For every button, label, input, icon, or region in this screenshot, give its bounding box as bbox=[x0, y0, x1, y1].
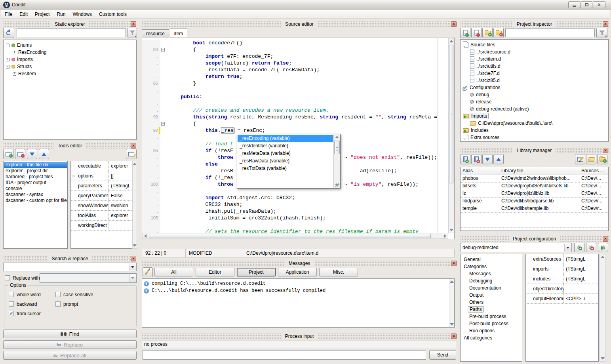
move-library-down-button[interactable] bbox=[482, 154, 493, 164]
code-line[interactable]: .- { bbox=[142, 120, 448, 127]
code-line[interactable]: . /// creates and encodes a new resource… bbox=[142, 107, 448, 114]
inspector-item-debug-redirected-active[interactable]: debug-redirected (active) bbox=[461, 105, 607, 112]
config-category-messages[interactable]: Messages bbox=[461, 270, 522, 277]
config-category-debugging[interactable]: Debugging bbox=[461, 277, 522, 284]
code-line[interactable]: . return true; bbox=[142, 73, 448, 80]
panel-close-button[interactable] bbox=[451, 334, 457, 339]
combo-dropdown-button[interactable] bbox=[129, 274, 136, 282]
menu-item-run[interactable]: Run bbox=[53, 10, 69, 18]
configuration-selector[interactable]: debug-redirected bbox=[460, 243, 572, 252]
scrollbar-thumb[interactable] bbox=[149, 234, 431, 238]
collapse-icon[interactable]: - bbox=[6, 44, 10, 47]
collapse-icon[interactable]: - bbox=[6, 65, 10, 69]
property-row[interactable]: objectDirectory bbox=[526, 284, 598, 294]
library-row[interactable]: libdparseC:\Dev\dlibs\libdparse.libC:\De… bbox=[461, 198, 608, 205]
library-row[interactable]: templeC:\Dev\dlibs\temple.libC:\Dev\r... bbox=[461, 205, 608, 213]
menu-item-windows[interactable]: Windows bbox=[69, 10, 95, 18]
code-line[interactable]: . import std.digest.crc: CRC32; bbox=[142, 194, 448, 201]
checkbox-box[interactable] bbox=[9, 301, 14, 307]
code-line[interactable]: . bbox=[142, 87, 448, 93]
code-line[interactable]: . // sets the resource identifier to the… bbox=[142, 228, 448, 233]
code-line[interactable]: . bbox=[142, 100, 448, 107]
library-row[interactable]: bitsetsC:\Dev\dproj\bitSet\lib\bitsets.l… bbox=[461, 183, 608, 190]
completion-item[interactable]: _resTxtData (variable) bbox=[238, 165, 333, 172]
code-line[interactable]: . public: bbox=[142, 93, 448, 100]
inspector-item-includes[interactable]: Includes bbox=[461, 127, 607, 134]
config-category-paths[interactable]: Paths bbox=[461, 306, 522, 313]
replace-button[interactable]: ba Replace bbox=[3, 340, 137, 349]
panel-close-button[interactable] bbox=[603, 21, 608, 27]
replace-with-checkbox[interactable]: Replace with bbox=[5, 275, 40, 281]
panel-close-button[interactable] bbox=[131, 256, 136, 261]
messages-filter-application[interactable]: Application bbox=[278, 268, 317, 276]
tree-item-enums[interactable]: -Enums bbox=[4, 42, 135, 49]
inspector-item-source-files[interactable]: Source files bbox=[461, 41, 607, 48]
config-category-documentation[interactable]: Documentation bbox=[461, 284, 522, 292]
clear-messages-button[interactable] bbox=[143, 267, 153, 277]
inspector-item-imports[interactable]: Imports bbox=[461, 112, 607, 120]
menu-item-file[interactable]: File bbox=[1, 10, 16, 18]
code-line[interactable]: . CRC32 ihash; bbox=[142, 201, 448, 208]
checkbox-box[interactable]: ✓ bbox=[9, 311, 14, 316]
inspector-item-src-e7f-d[interactable]: ..\src\e7F.d bbox=[461, 70, 607, 77]
inspector-item-debug[interactable]: debug bbox=[461, 91, 607, 98]
inspector-filter-input[interactable] bbox=[505, 29, 595, 37]
maximize-button[interactable] bbox=[581, 1, 592, 8]
panel-close-button[interactable] bbox=[131, 21, 136, 27]
move-tool-down-button[interactable] bbox=[27, 149, 37, 159]
process-input-field[interactable] bbox=[143, 350, 426, 360]
code-line[interactable]: . bbox=[142, 221, 448, 228]
menu-item-custom-tools[interactable]: Custom tools bbox=[95, 10, 130, 18]
tools-list-item[interactable]: harbored - project files bbox=[4, 174, 67, 180]
property-row[interactable]: extraSources(TStringL bbox=[526, 254, 598, 264]
edit-library-button[interactable] bbox=[575, 154, 585, 164]
combo-dropdown-button[interactable] bbox=[564, 244, 571, 252]
property-row[interactable]: imports(TStringL bbox=[526, 264, 598, 274]
expand-icon[interactable]: + bbox=[13, 51, 16, 54]
config-category-all-categories[interactable]: All categories bbox=[461, 334, 522, 341]
search-term-combo[interactable] bbox=[3, 263, 137, 271]
config-category-pre-build-process[interactable]: Pre-build process bbox=[461, 313, 522, 320]
tools-list-item[interactable]: explorer - this file dir bbox=[4, 162, 67, 168]
panel-close-button[interactable] bbox=[131, 143, 136, 149]
tree-item-structs[interactable]: -Structs bbox=[4, 63, 135, 70]
inspector-clear-filter-button[interactable]: × bbox=[596, 28, 607, 38]
tools-list-item[interactable]: explorer - project dir bbox=[4, 168, 67, 174]
property-row[interactable]: includes(TStringL bbox=[526, 274, 598, 284]
checkbox-from-cursor[interactable]: ✓from cursor bbox=[9, 311, 55, 316]
inspector-item-configurations[interactable]: Configurations bbox=[461, 84, 607, 91]
move-tool-up-button[interactable] bbox=[39, 149, 49, 159]
inspector-item-c-dev-dproj-resource-d-build-src[interactable]: C:\Dev\dproj\resource.d\build\..\src\ bbox=[461, 120, 607, 127]
remove-file-button[interactable] bbox=[471, 28, 482, 38]
config-category-general[interactable]: General bbox=[461, 256, 522, 263]
property-row[interactable]: showWindowsswoNon bbox=[71, 201, 132, 211]
checkbox-backward[interactable]: backward bbox=[9, 301, 55, 307]
add-folder-button[interactable] bbox=[482, 28, 493, 38]
code-line[interactable]: 92 this._res = resEnc; bbox=[142, 127, 448, 134]
property-row[interactable]: toolAliasexplorer bbox=[71, 211, 132, 221]
inspector-item-src-resource-d[interactable]: ..\src\resource.d bbox=[461, 48, 607, 55]
property-row[interactable]: parameters(TStringL bbox=[71, 181, 132, 191]
library-column-header[interactable]: Alias bbox=[461, 167, 499, 175]
clear-filter-button[interactable]: × bbox=[128, 28, 137, 38]
menu-item-edit[interactable]: Edit bbox=[16, 10, 31, 18]
property-row[interactable]: workingDirect bbox=[71, 221, 132, 231]
clone-configuration-button[interactable] bbox=[598, 243, 608, 252]
editor-horizontal-scrollbar[interactable] bbox=[142, 233, 448, 239]
tree-item-imports[interactable]: +Imports bbox=[4, 56, 135, 63]
refresh-button[interactable] bbox=[3, 28, 14, 38]
property-row[interactable]: executableexplorer bbox=[71, 161, 132, 171]
add-file-button[interactable] bbox=[460, 28, 470, 38]
config-category-categories[interactable]: Categories bbox=[461, 263, 522, 270]
remove-folder-button[interactable] bbox=[493, 28, 504, 38]
tree-item-resencoding[interactable]: +ResEncoding bbox=[4, 49, 135, 56]
completion-item[interactable]: _resMetaData (variable) bbox=[238, 150, 333, 157]
menu-item-project[interactable]: Project bbox=[31, 10, 53, 18]
open-library-folder-button[interactable] bbox=[586, 154, 596, 164]
checkbox-case-sensitive[interactable]: case sensitive bbox=[55, 292, 120, 297]
code-line[interactable]: 80- { bbox=[142, 46, 448, 53]
messages-filter-project[interactable]: Project bbox=[237, 268, 276, 276]
fold-icon[interactable]: - bbox=[161, 122, 165, 126]
panel-close-button[interactable] bbox=[451, 261, 457, 266]
inspector-item-src-z85-d[interactable]: ..\src\z85.d bbox=[461, 77, 607, 84]
